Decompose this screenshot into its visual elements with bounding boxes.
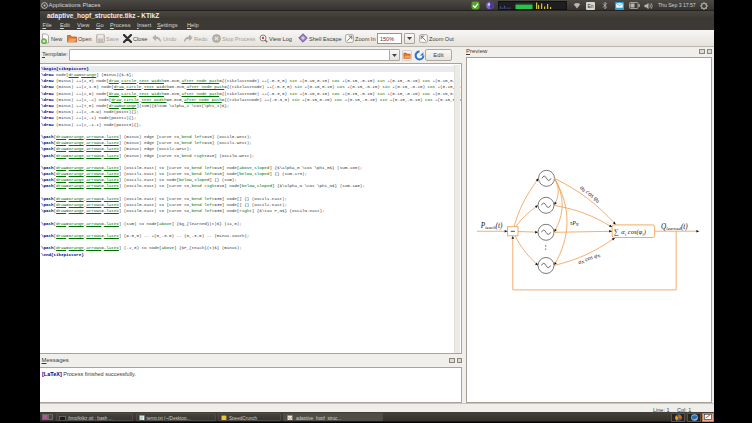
svg-text:Pteach(t): Pteach(t) — [479, 221, 502, 230]
svg-text:Qlearned(t): Qlearned(t) — [661, 222, 688, 231]
svg-text:∑: ∑ — [614, 228, 619, 236]
svg-text:τPN: τPN — [570, 220, 579, 227]
